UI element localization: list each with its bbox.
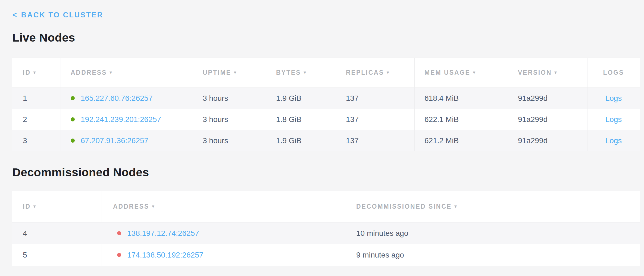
node-version-cell: 91a299d: [508, 130, 587, 151]
node-address-link[interactable]: 174.138.50.192:26257: [127, 251, 203, 259]
column-header-uptime[interactable]: UPTIME▾: [193, 58, 266, 88]
live-nodes-header-row: ID▾ ADDRESS▾ UPTIME▾ BYTES▾ REPLICAS▾ ME…: [12, 58, 640, 88]
node-logs-cell: Logs: [587, 88, 640, 109]
node-address-cell: 67.207.91.36:26257: [61, 130, 193, 151]
column-header-decommissioned-since[interactable]: DECOMMISSIONED SINCE▾: [345, 191, 640, 222]
node-logs-link[interactable]: Logs: [605, 94, 622, 102]
node-bytes-cell: 1.9 GiB: [266, 88, 336, 109]
decommissioned-nodes-title: Decommissioned Nodes: [12, 166, 149, 179]
live-nodes-table: ID▾ ADDRESS▾ UPTIME▾ BYTES▾ REPLICAS▾ ME…: [12, 58, 640, 151]
back-to-cluster-label: BACK TO CLUSTER: [21, 11, 104, 19]
node-logs-link[interactable]: Logs: [605, 136, 622, 145]
table-row: 2 192.241.239.201:26257 3 hours 1.8 GiB …: [12, 109, 640, 130]
node-address-cell: 138.197.12.74:26257: [102, 222, 345, 244]
live-status-icon: [71, 139, 75, 143]
node-address-link[interactable]: 192.241.239.201:26257: [81, 115, 161, 124]
table-row: 5 174.138.50.192:26257 9 minutes ago: [12, 244, 640, 266]
node-mem-usage-cell: 621.2 MiB: [415, 130, 508, 151]
decommissioned-status-icon: [117, 253, 121, 257]
sort-arrow-icon: ▾: [33, 204, 36, 209]
sort-arrow-icon: ▾: [304, 70, 306, 75]
sort-arrow-icon: ▾: [234, 70, 236, 75]
decommissioned-nodes-table: ID▾ ADDRESS▾ DECOMMISSIONED SINCE▾ 4 138…: [12, 191, 640, 266]
node-mem-usage-cell: 622.1 MiB: [415, 109, 508, 130]
node-address-cell: 174.138.50.192:26257: [102, 244, 345, 266]
node-logs-cell: Logs: [587, 109, 640, 130]
table-row: 4 138.197.12.74:26257 10 minutes ago: [12, 222, 640, 244]
node-bytes-cell: 1.8 GiB: [266, 109, 336, 130]
table-row: 3 67.207.91.36:26257 3 hours 1.9 GiB 137…: [12, 130, 640, 151]
node-uptime-cell: 3 hours: [193, 88, 266, 109]
decommissioned-nodes-header-row: ID▾ ADDRESS▾ DECOMMISSIONED SINCE▾: [12, 191, 640, 222]
table-row: 1 165.227.60.76:26257 3 hours 1.9 GiB 13…: [12, 88, 640, 109]
node-uptime-cell: 3 hours: [193, 109, 266, 130]
node-mem-usage-cell: 618.4 MiB: [415, 88, 508, 109]
sort-arrow-icon: ▾: [473, 70, 475, 75]
node-address-link[interactable]: 67.207.91.36:26257: [81, 136, 148, 145]
decommissioned-since-cell: 10 minutes ago: [345, 222, 640, 244]
node-id-cell: 4: [12, 222, 102, 244]
column-header-address[interactable]: ADDRESS▾: [102, 191, 345, 222]
node-id-cell: 2: [12, 109, 61, 130]
node-bytes-cell: 1.9 GiB: [266, 130, 336, 151]
live-status-icon: [71, 96, 75, 100]
node-id-cell: 5: [12, 244, 102, 266]
column-header-replicas[interactable]: REPLICAS▾: [336, 58, 415, 88]
node-address-link[interactable]: 165.227.60.76:26257: [81, 94, 153, 102]
node-address-cell: 192.241.239.201:26257: [61, 109, 193, 130]
node-version-cell: 91a299d: [508, 109, 587, 130]
decommissioned-status-icon: [117, 231, 121, 235]
sort-arrow-icon: ▾: [33, 70, 36, 75]
column-header-version[interactable]: VERSION▾: [508, 58, 587, 88]
sort-arrow-icon: ▾: [454, 204, 457, 209]
node-logs-link[interactable]: Logs: [605, 115, 622, 124]
sort-arrow-icon: ▾: [387, 70, 389, 75]
nodes-overview-page: <BACK TO CLUSTER Live Nodes ID▾ ADDRESS▾…: [0, 0, 644, 276]
node-address-link[interactable]: 138.197.12.74:26257: [127, 229, 199, 237]
node-version-cell: 91a299d: [508, 88, 587, 109]
live-nodes-title: Live Nodes: [12, 31, 75, 44]
column-header-logs: LOGS: [587, 58, 640, 88]
live-status-icon: [71, 117, 75, 121]
sort-arrow-icon: ▾: [152, 204, 154, 209]
node-address-cell: 165.227.60.76:26257: [61, 88, 193, 109]
sort-arrow-icon: ▾: [110, 70, 112, 75]
column-header-bytes[interactable]: BYTES▾: [266, 58, 336, 88]
node-id-cell: 1: [12, 88, 61, 109]
node-replicas-cell: 137: [336, 130, 415, 151]
column-header-address[interactable]: ADDRESS▾: [61, 58, 193, 88]
sort-arrow-icon: ▾: [555, 70, 557, 75]
node-logs-cell: Logs: [587, 130, 640, 151]
decommissioned-since-cell: 9 minutes ago: [345, 244, 640, 266]
back-chevron-icon: <: [12, 11, 17, 19]
column-header-mem-usage[interactable]: MEM USAGE▾: [415, 58, 508, 88]
node-replicas-cell: 137: [336, 88, 415, 109]
column-header-id[interactable]: ID▾: [12, 58, 61, 88]
column-header-id[interactable]: ID▾: [12, 191, 102, 222]
node-uptime-cell: 3 hours: [193, 130, 266, 151]
back-to-cluster-link[interactable]: <BACK TO CLUSTER: [12, 11, 103, 19]
node-replicas-cell: 137: [336, 109, 415, 130]
node-id-cell: 3: [12, 130, 61, 151]
